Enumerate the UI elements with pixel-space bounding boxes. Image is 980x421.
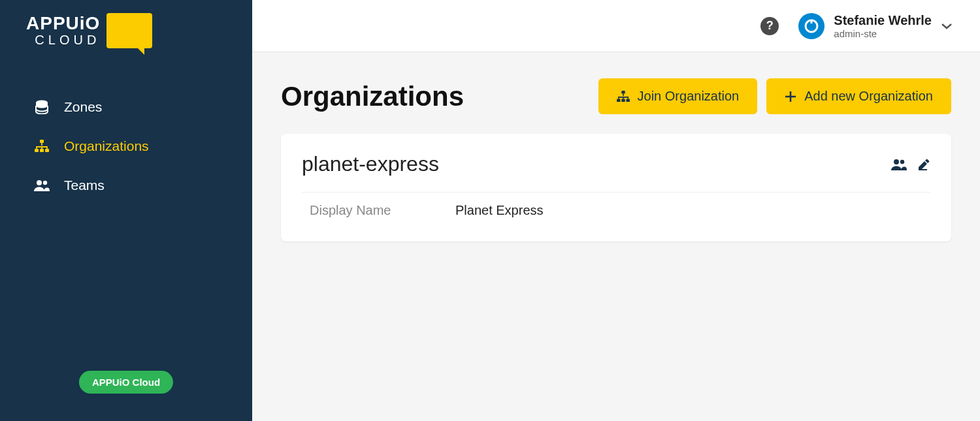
members-icon[interactable]: [891, 158, 907, 171]
add-organization-button[interactable]: Add new Organization: [766, 78, 951, 114]
organization-name: planet-express: [302, 152, 439, 176]
topbar: ? Stefanie Wehrle admin-ste: [252, 0, 980, 52]
organization-card: planet-express Display Name Planet Expre…: [281, 134, 951, 242]
svg-point-13: [900, 159, 904, 163]
join-organization-button[interactable]: Join Organization: [598, 78, 758, 114]
sidebar-item-label: Teams: [64, 178, 105, 193]
brand-name-bottom: CLOUD: [35, 33, 100, 48]
database-icon: [34, 99, 50, 115]
help-icon[interactable]: ?: [760, 17, 779, 35]
svg-point-12: [894, 159, 899, 164]
content-header: Organizations Join Organization Add new …: [281, 78, 951, 114]
sidebar-item-label: Zones: [64, 99, 102, 115]
svg-rect-4: [45, 149, 49, 152]
brand-name-top: APPUiO: [26, 14, 100, 33]
svg-rect-11: [626, 99, 629, 102]
chevron-down-icon: [941, 23, 953, 29]
edit-icon[interactable]: [917, 158, 930, 171]
button-label: Add new Organization: [804, 89, 933, 104]
card-actions: [891, 158, 930, 171]
sidebar: APPUiO CLOUD Zones Organizations Teams A…: [0, 0, 252, 421]
brand-logo[interactable]: APPUiO CLOUD: [0, 0, 252, 68]
sitemap-icon: [617, 91, 630, 102]
page-title: Organizations: [281, 81, 464, 112]
field-value: Planet Express: [455, 203, 544, 218]
main: ? Stefanie Wehrle admin-ste Organization…: [252, 0, 980, 421]
sidebar-item-label: Organizations: [64, 138, 149, 154]
svg-rect-9: [617, 99, 620, 102]
sitemap-icon: [34, 138, 50, 154]
svg-rect-8: [621, 91, 625, 94]
svg-point-5: [37, 180, 42, 185]
appuio-cloud-badge[interactable]: APPUiO Cloud: [79, 371, 173, 394]
user-name: Stefanie Wehrle: [834, 13, 932, 28]
display-name-row: Display Name Planet Express: [302, 192, 930, 228]
avatar: [798, 13, 825, 39]
svg-rect-1: [40, 140, 44, 143]
sidebar-item-organizations[interactable]: Organizations: [0, 127, 252, 166]
card-header: planet-express: [302, 152, 930, 192]
button-label: Join Organization: [638, 89, 740, 104]
svg-rect-2: [35, 149, 39, 152]
svg-rect-10: [621, 99, 625, 102]
svg-point-6: [43, 181, 47, 185]
speech-bubble-icon: [106, 13, 152, 48]
svg-rect-3: [40, 149, 44, 152]
sidebar-nav: Zones Organizations Teams: [0, 68, 252, 205]
users-icon: [34, 178, 50, 193]
sidebar-item-zones[interactable]: Zones: [0, 87, 252, 127]
plus-icon: [785, 91, 796, 102]
page-actions: Join Organization Add new Organization: [598, 78, 951, 114]
sidebar-item-teams[interactable]: Teams: [0, 166, 252, 205]
content: Organizations Join Organization Add new …: [252, 52, 980, 268]
user-handle: admin-ste: [834, 28, 932, 39]
user-menu[interactable]: Stefanie Wehrle admin-ste: [798, 13, 953, 39]
field-label: Display Name: [302, 203, 455, 218]
